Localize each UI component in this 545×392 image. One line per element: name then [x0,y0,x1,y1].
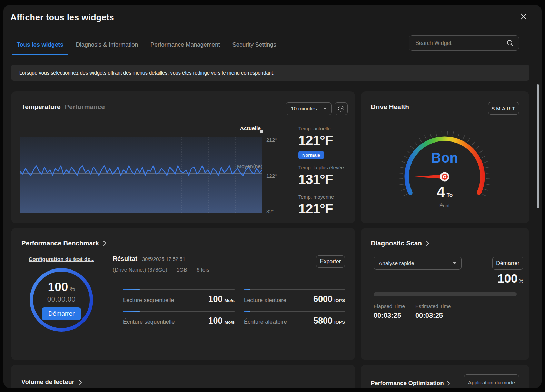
metric-label: Écriture aléatoire [244,318,287,325]
metric-unit: IOPS [334,320,345,325]
divider [172,268,172,272]
history-clock-button[interactable] [335,102,348,115]
close-icon [519,12,528,21]
stat-highest-label: Temp. la plus élevée [298,165,354,170]
result-test-size: 1GB [177,267,187,273]
elapsed-time-label: Elapsed Time [374,303,405,309]
stat-highest: Temp. la plus élevée 131°F [298,165,354,187]
tab-performance-management[interactable]: Performance Management [146,39,224,55]
result-drive-info: (Drive Name:) (378Go) [113,267,167,273]
search-widget-box [409,35,519,51]
close-button[interactable] [519,12,528,21]
export-button[interactable]: Exporter [316,255,345,268]
drive-health-title: Drive Health [371,103,409,111]
metric-bar-track [244,289,345,290]
metric-bar-track [123,289,235,290]
benchmark-progress-content: 100 % 00:00:00 Démarrer [29,267,94,333]
info-banner-text: Lorsque vous sélectionnez des widgets of… [19,70,275,76]
metric-bar-fill [244,311,250,312]
temperature-title-row[interactable]: Temperature Performance [21,103,105,111]
clock-icon [337,105,345,112]
data-written-value: 4 [437,185,445,199]
temperature-subtitle: Performance [65,103,105,111]
benchmark-title-row[interactable]: Performance Benchmark [21,239,107,247]
diagnostic-scan-widget: Diagnostic Scan Analyse rapide Démarrer … [361,228,529,360]
metric-unit: Mo/s [224,298,235,303]
benchmark-timer: 00:00:00 [47,295,76,303]
temperature-stats: Temp. actuelle 121°F Normale Temp. la pl… [298,126,354,216]
stat-current: Temp. actuelle 121°F Normale [298,126,354,159]
performance-optimization-title-row[interactable]: Performance Optimization [371,380,450,387]
metric-label: Écriture séquentielle [123,318,175,325]
chevron-down-icon [453,262,456,264]
stat-average: Temp. moyenne 121°F [298,194,354,216]
metric-bar-track [123,311,235,312]
stat-average-value: 121°F [298,201,354,216]
performance-optimization-title: Performance Optimization [371,380,444,387]
tab-bar: Tous les widgets Diagnosis & Information… [12,39,285,55]
elapsed-time-value: 00:03:25 [374,312,405,320]
metric-random-read: Lecture aléatoire 6000IOPS [244,289,345,304]
diagnostic-percent-sign: % [519,278,523,284]
metric-unit: IOPS [334,298,345,303]
metric-bar-track [244,311,345,312]
benchmark-title: Performance Benchmark [21,239,99,247]
metric-bar-fill [123,311,140,312]
stat-current-label: Temp. actuelle [298,126,354,131]
benchmark-config-link[interactable]: Configuration du test de... [29,256,94,262]
temperature-line-chart [20,137,262,213]
metric-value: 100 [208,316,223,326]
metric-label: Lecture séquentielle [123,297,174,303]
scan-mode-select[interactable]: Analyse rapide [374,257,462,270]
temperature-chart [20,137,262,213]
scan-mode-value: Analyse rapide [379,260,414,266]
search-icon[interactable] [506,39,514,47]
interval-dropdown-value: 10 minutes [291,106,317,112]
chevron-right-icon [447,381,450,386]
tab-diagnosis-information[interactable]: Diagnosis & Information [72,39,142,55]
diagnostic-title-row[interactable]: Diagnostic Scan [371,239,429,247]
metric-sequential-read: Lecture séquentielle 100Mo/s [123,289,235,304]
estimated-time-label: Estimated Time [415,303,451,309]
benchmark-start-button[interactable]: Démarrer [42,307,81,320]
tab-tous-les-widgets[interactable]: Tous les widgets [12,39,68,55]
average-series-label: Moyen(ne) [237,163,262,169]
tab-security-settings[interactable]: Security Settings [228,39,280,55]
volume-title: Volume de lecteur [21,379,75,386]
estimated-time-block: Estimated Time 00:03:25 [415,303,451,320]
temperature-widget: Temperature Performance 10 minutes Moyen… [11,91,355,223]
drive-health-title-row: Drive Health [371,103,409,111]
apply-mode-button[interactable]: Application du mode [464,374,519,388]
diagnostic-start-button[interactable]: Démarrer [492,257,523,270]
result-label: Résultat [113,255,137,263]
volume-title-row[interactable]: Volume de lecteur [21,379,82,386]
scrollbar-thumb[interactable] [537,84,539,208]
search-input[interactable] [409,40,506,46]
metric-unit: Mo/s [224,320,235,325]
performance-optimization-widget: Performance Optimization Application du … [361,365,529,388]
diagnostic-progress-bar [374,292,517,296]
temperature-title: Temperature [21,103,61,111]
stat-average-label: Temp. moyenne [298,194,354,200]
drive-health-widget: Drive Health S.M.A.R.T. [361,91,529,223]
page-title: Afficher tous les widgets [10,12,114,22]
stat-current-value: 121°F [298,133,354,148]
interval-dropdown[interactable]: 10 minutes [286,102,332,115]
benchmark-progress-percent: 100 % [48,280,75,294]
metric-value: 5800 [313,316,333,326]
y-axis-tick-32: 32° [266,208,274,214]
chevron-right-icon [103,241,107,246]
result-timestamp: 30/5/2025 17:52:51 [142,256,185,262]
metric-bar-fill [244,289,250,290]
data-written-unit: To [447,192,453,198]
y-axis-tick-212: 212° [266,137,277,143]
drive-volume-widget: Volume de lecteur [11,365,355,388]
benchmark-metrics: Lecture séquentielle 100Mo/s Lecture alé… [123,289,345,326]
health-status-text: Bon [393,150,496,166]
y-axis-tick-122: 122° [266,173,277,179]
current-marker-label: Actuelle [214,125,261,131]
smart-button[interactable]: S.M.A.R.T. [488,102,519,115]
data-written: 4 To [393,185,496,199]
current-marker-dot [260,130,263,133]
benchmark-result-header: Résultat 30/5/2025 17:52:51 [113,255,185,263]
